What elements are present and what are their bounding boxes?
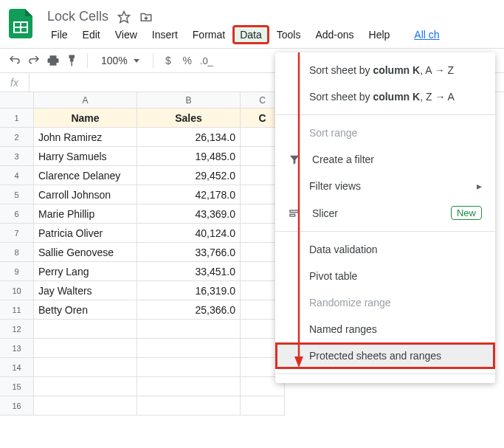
percent-icon[interactable]: % [180, 53, 195, 68]
cell[interactable]: Carroll Johnson [34, 185, 137, 204]
move-to-folder-icon[interactable] [139, 10, 153, 24]
cell[interactable] [137, 396, 241, 416]
cell[interactable]: 29,452.0 [137, 166, 241, 185]
row-header[interactable]: 9 [0, 262, 34, 281]
star-icon[interactable] [117, 10, 131, 24]
cell[interactable]: 40,124.0 [137, 224, 241, 243]
cell[interactable]: 33,451.0 [137, 262, 241, 281]
new-badge: New [451, 206, 482, 220]
cell[interactable]: 19,485.0 [137, 147, 241, 166]
menu-edit[interactable]: Edit [76, 26, 107, 44]
row-header[interactable]: 10 [0, 281, 34, 300]
row-header[interactable]: 14 [0, 358, 34, 377]
row-header[interactable]: 12 [0, 320, 34, 339]
separator [275, 114, 495, 115]
redo-icon[interactable] [27, 53, 41, 68]
menu-format[interactable]: Format [186, 26, 232, 44]
cell[interactable]: Sales [137, 108, 241, 128]
separator [275, 231, 495, 232]
header: Lock Cells File Edit View Insert Format … [0, 0, 504, 49]
row-header[interactable]: 7 [0, 224, 34, 243]
row-header[interactable]: 8 [0, 243, 34, 262]
cell[interactable]: Sallie Genovese [34, 243, 137, 262]
fx-label: fx [0, 73, 30, 92]
row-header[interactable]: 11 [0, 300, 34, 320]
col-header-b[interactable]: B [137, 92, 241, 108]
cell[interactable]: 33,766.0 [137, 243, 241, 262]
cell[interactable] [34, 339, 137, 358]
cell[interactable]: Perry Lang [34, 262, 137, 281]
slicer[interactable]: SlicerNew [275, 199, 495, 227]
cell[interactable]: 43,369.0 [137, 204, 241, 224]
select-all-corner[interactable] [0, 92, 34, 108]
sort-range: Sort range [275, 120, 495, 146]
filter-icon [289, 154, 302, 165]
col-header-a[interactable]: A [34, 92, 137, 108]
menu-insert[interactable]: Insert [145, 26, 184, 44]
filter-views[interactable]: Filter views [275, 173, 495, 199]
menu-data[interactable]: Data [233, 26, 269, 44]
protected-sheets-ranges[interactable]: Protected sheets and ranges [275, 342, 495, 369]
menu-help[interactable]: Help [362, 26, 397, 44]
pivot-table[interactable]: Pivot table [275, 263, 495, 289]
cell[interactable] [34, 377, 137, 396]
paint-format-icon[interactable] [65, 53, 80, 68]
cell[interactable] [137, 320, 241, 339]
sort-za[interactable]: Sort sheet by column K, Z → A [275, 83, 495, 110]
menubar: File Edit View Insert Format Data Tools … [43, 24, 498, 48]
menu-addons[interactable]: Add-ons [308, 26, 360, 44]
row-header[interactable]: 15 [0, 377, 34, 396]
cell[interactable] [34, 358, 137, 377]
row-header[interactable]: 13 [0, 339, 34, 358]
sort-za-prefix: Sort sheet by [309, 91, 373, 103]
cell[interactable]: 42,178.0 [137, 185, 241, 204]
cell[interactable]: Name [34, 108, 137, 128]
row-header[interactable]: 6 [0, 204, 34, 224]
row-header[interactable]: 4 [0, 166, 34, 185]
cell[interactable]: 16,319.0 [137, 281, 241, 300]
cell[interactable] [137, 377, 241, 396]
all-changes-link[interactable]: All ch [410, 26, 443, 44]
sort-az[interactable]: Sort sheet by column K, A → Z [275, 57, 495, 83]
doc-title[interactable]: Lock Cells [47, 9, 108, 24]
zoom-select[interactable]: 100% [95, 55, 145, 66]
print-icon[interactable] [46, 53, 61, 68]
separator [275, 373, 495, 374]
svg-rect-5 [290, 214, 295, 216]
separator [87, 53, 88, 68]
sort-za-suffix: , Z → A [420, 91, 455, 103]
menu-tools[interactable]: Tools [270, 26, 308, 44]
named-ranges[interactable]: Named ranges [275, 316, 495, 342]
cell[interactable] [241, 396, 285, 416]
cell[interactable]: 26,134.0 [137, 128, 241, 147]
row-header[interactable]: 5 [0, 185, 34, 204]
sort-az-prefix: Sort sheet by [309, 64, 373, 76]
cell[interactable]: Harry Samuels [34, 147, 137, 166]
cell[interactable] [34, 396, 137, 416]
create-filter[interactable]: Create a filter [275, 146, 495, 173]
row-header[interactable]: 16 [0, 396, 34, 416]
cell[interactable]: Betty Oren [34, 300, 137, 320]
sheets-logo[interactable] [6, 9, 35, 38]
menu-view[interactable]: View [108, 26, 144, 44]
separator [153, 53, 153, 68]
undo-icon[interactable] [7, 53, 22, 68]
currency-icon[interactable]: $ [161, 53, 176, 68]
row-header[interactable]: 1 [0, 108, 34, 128]
cell[interactable]: Marie Phillip [34, 204, 137, 224]
cell[interactable]: 25,366.0 [137, 300, 241, 320]
cell[interactable] [34, 320, 137, 339]
cell[interactable]: Clarence Delaney [34, 166, 137, 185]
data-validation[interactable]: Data validation [275, 236, 495, 263]
decrease-decimal-icon[interactable]: .0_ [199, 53, 214, 68]
cell[interactable]: Patricia Oliver [34, 224, 137, 243]
cell[interactable] [137, 358, 241, 377]
grid-row: 16 [0, 396, 504, 416]
cell[interactable]: Jay Walters [34, 281, 137, 300]
row-header[interactable]: 3 [0, 147, 34, 166]
cell[interactable] [137, 339, 241, 358]
menu-file[interactable]: File [44, 26, 75, 44]
sort-col-za: column K [373, 91, 420, 103]
cell[interactable]: John Ramirez [34, 128, 137, 147]
row-header[interactable]: 2 [0, 128, 34, 147]
